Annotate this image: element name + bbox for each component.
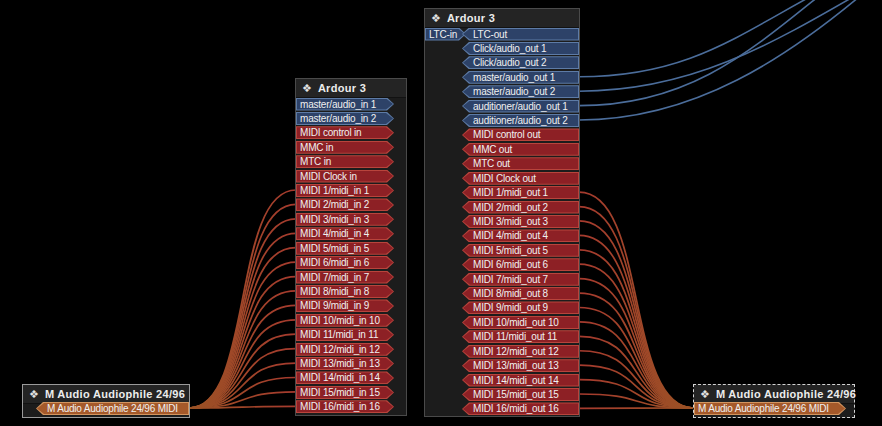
port-label: MIDI 8/midi_out 8	[473, 287, 548, 300]
port-label: MIDI 16/midi_in 16	[300, 400, 380, 413]
port-midi-control-out[interactable]: MIDI control out	[462, 128, 579, 141]
connection-cable[interactable]	[189, 233, 296, 408]
port-midi-15-midi-in-15[interactable]: MIDI 15/midi_in 15	[296, 386, 394, 399]
port-midi-6-midi-out-6[interactable]: MIDI 6/midi_out 6	[462, 258, 579, 271]
port-midi-11-midi-out-11[interactable]: MIDI 11/midi_out 11	[462, 330, 579, 343]
port-midi-10-midi-out-10[interactable]: MIDI 10/midi_out 10	[462, 316, 579, 329]
port-midi-3-midi-out-3[interactable]: MIDI 3/midi_out 3	[462, 215, 579, 228]
port-midi-12-midi-in-12[interactable]: MIDI 12/midi_in 12	[296, 343, 394, 356]
port-click-audio-out-2[interactable]: Click/audio_out 2	[462, 56, 579, 69]
port-label: MMC in	[300, 141, 333, 154]
port-master-audio-out-1[interactable]: master/audio_out 1	[462, 71, 579, 84]
port-midi-8-midi-in-8[interactable]: MIDI 8/midi_in 8	[296, 285, 394, 298]
port-midi-4-midi-in-4[interactable]: MIDI 4/midi_in 4	[296, 227, 394, 240]
port-midi-clock-in[interactable]: MIDI Clock in	[296, 170, 394, 183]
port-midi-10-midi-in-10[interactable]: MIDI 10/midi_in 10	[296, 314, 394, 327]
port-auditioner-audio-out-2[interactable]: auditioner/audio_out 2	[462, 114, 579, 127]
port-ltc-in[interactable]: LTC-in	[425, 28, 466, 41]
port-label: master/audio_in 2	[300, 112, 376, 125]
port-midi-14-midi-out-14[interactable]: MIDI 14/midi_out 14	[462, 374, 579, 387]
port-label: MIDI 2/midi_out 2	[473, 201, 548, 214]
port-midi-5-midi-out-5[interactable]: MIDI 5/midi_out 5	[462, 244, 579, 257]
port-label: MIDI 7/midi_in 7	[300, 271, 369, 284]
port-label: MIDI 14/midi_in 14	[300, 371, 380, 384]
module-m-audio-audiophile-24-96-2[interactable]: ❖M Audio Audiophile 24/96M Audio Audioph…	[693, 384, 855, 418]
port-label: master/audio_in 1	[300, 98, 376, 111]
port-midi-16-midi-out-16[interactable]: MIDI 16/midi_out 16	[462, 402, 579, 415]
port-label: M Audio Audiophile 24/96 MIDI	[47, 402, 178, 415]
port-midi-3-midi-in-3[interactable]: MIDI 3/midi_in 3	[296, 213, 394, 226]
port-label: MIDI Clock out	[473, 172, 536, 185]
connection-cable[interactable]	[579, 250, 694, 408]
port-midi-8-midi-out-8[interactable]: MIDI 8/midi_out 8	[462, 287, 579, 300]
connection-cable[interactable]	[579, 0, 872, 91]
port-midi-control-in[interactable]: MIDI control in	[296, 126, 394, 139]
port-ltc-out[interactable]: LTC-out	[462, 28, 579, 41]
port-midi-4-midi-out-4[interactable]: MIDI 4/midi_out 4	[462, 229, 579, 242]
port-m-audio-audiophile-24-96-midi[interactable]: M Audio Audiophile 24/96 MIDI	[36, 402, 189, 415]
module-icon: ❖	[700, 389, 710, 400]
port-label: auditioner/audio_out 2	[473, 114, 568, 127]
port-label: MIDI Clock in	[300, 170, 357, 183]
port-midi-6-midi-in-6[interactable]: MIDI 6/midi_in 6	[296, 256, 394, 269]
port-label: LTC-in	[429, 28, 457, 41]
connection-cable[interactable]	[579, 0, 834, 77]
module-ardour-3-1[interactable]: ❖Ardour 3master/audio_in 1master/audio_i…	[295, 78, 407, 416]
port-midi-clock-out[interactable]: MIDI Clock out	[462, 172, 579, 185]
port-midi-1-midi-out-1[interactable]: MIDI 1/midi_out 1	[462, 186, 579, 199]
port-m-audio-audiophile-24-96-midi[interactable]: M Audio Audiophile 24/96 MIDI	[694, 402, 846, 415]
port-label: MIDI 16/midi_out 16	[473, 402, 559, 415]
port-midi-7-midi-in-7[interactable]: MIDI 7/midi_in 7	[296, 271, 394, 284]
port-midi-7-midi-out-7[interactable]: MIDI 7/midi_out 7	[462, 273, 579, 286]
port-label: MIDI 1/midi_out 1	[473, 186, 548, 199]
port-midi-13-midi-out-13[interactable]: MIDI 13/midi_out 13	[462, 359, 579, 372]
connection-cable[interactable]	[189, 334, 296, 408]
port-midi-16-midi-in-16[interactable]: MIDI 16/midi_in 16	[296, 400, 394, 413]
module-header[interactable]: ❖Ardour 3	[296, 79, 406, 98]
port-master-audio-in-1[interactable]: master/audio_in 1	[296, 98, 394, 111]
port-click-audio-out-1[interactable]: Click/audio_out 1	[462, 42, 579, 55]
port-midi-12-midi-out-12[interactable]: MIDI 12/midi_out 12	[462, 345, 579, 358]
port-master-audio-in-2[interactable]: master/audio_in 2	[296, 112, 394, 125]
module-icon: ❖	[302, 83, 312, 94]
port-midi-2-midi-in-2[interactable]: MIDI 2/midi_in 2	[296, 198, 394, 211]
connection-cable[interactable]	[579, 207, 694, 408]
module-ardour-3-0[interactable]: ❖Ardour 3LTC-inLTC-outClick/audio_out 1C…	[424, 8, 580, 417]
port-mtc-out[interactable]: MTC out	[462, 157, 579, 170]
module-header[interactable]: ❖Ardour 3	[425, 9, 579, 28]
port-midi-5-midi-in-5[interactable]: MIDI 5/midi_in 5	[296, 242, 394, 255]
port-midi-9-midi-in-9[interactable]: MIDI 9/midi_in 9	[296, 299, 394, 312]
module-icon: ❖	[431, 13, 441, 24]
port-master-audio-out-2[interactable]: master/audio_out 2	[462, 85, 579, 98]
port-midi-2-midi-out-2[interactable]: MIDI 2/midi_out 2	[462, 201, 579, 214]
port-label: MIDI 10/midi_in 10	[300, 314, 380, 327]
port-label: Click/audio_out 1	[473, 42, 546, 55]
port-mtc-in[interactable]: MTC in	[296, 155, 394, 168]
connection-cable[interactable]	[579, 192, 694, 408]
port-midi-1-midi-in-1[interactable]: MIDI 1/midi_in 1	[296, 184, 394, 197]
port-midi-9-midi-out-9[interactable]: MIDI 9/midi_out 9	[462, 301, 579, 314]
module-title: Ardour 3	[318, 82, 366, 94]
module-title: Ardour 3	[447, 12, 495, 24]
port-auditioner-audio-out-1[interactable]: auditioner/audio_out 1	[462, 100, 579, 113]
port-label: MIDI control in	[300, 126, 361, 139]
port-label: MIDI 11/midi_in 11	[300, 328, 378, 341]
connection-cable[interactable]	[579, 235, 694, 408]
port-mmc-out[interactable]: MMC out	[462, 143, 579, 156]
port-label: MIDI 6/midi_in 6	[300, 256, 369, 269]
module-m-audio-audiophile-24-96-3[interactable]: ❖M Audio Audiophile 24/96M Audio Audioph…	[22, 384, 190, 418]
port-label: MIDI 15/midi_out 15	[473, 388, 559, 401]
module-title: M Audio Audiophile 24/96	[45, 388, 185, 400]
port-label: MIDI 4/midi_out 4	[473, 229, 548, 242]
connection-cable[interactable]	[579, 336, 694, 408]
connection-cable[interactable]	[189, 248, 296, 408]
port-label: MIDI 14/midi_out 14	[473, 374, 559, 387]
port-midi-15-midi-out-15[interactable]: MIDI 15/midi_out 15	[462, 388, 579, 401]
port-label: MIDI 6/midi_out 6	[473, 258, 548, 271]
port-midi-11-midi-in-11[interactable]: MIDI 11/midi_in 11	[296, 328, 394, 341]
patchbay-canvas[interactable]: ❖Ardour 3LTC-inLTC-outClick/audio_out 1C…	[0, 0, 882, 426]
port-label: master/audio_out 1	[473, 71, 555, 84]
port-midi-13-midi-in-13[interactable]: MIDI 13/midi_in 13	[296, 357, 394, 370]
port-mmc-in[interactable]: MMC in	[296, 141, 394, 154]
port-midi-14-midi-in-14[interactable]: MIDI 14/midi_in 14	[296, 371, 394, 384]
